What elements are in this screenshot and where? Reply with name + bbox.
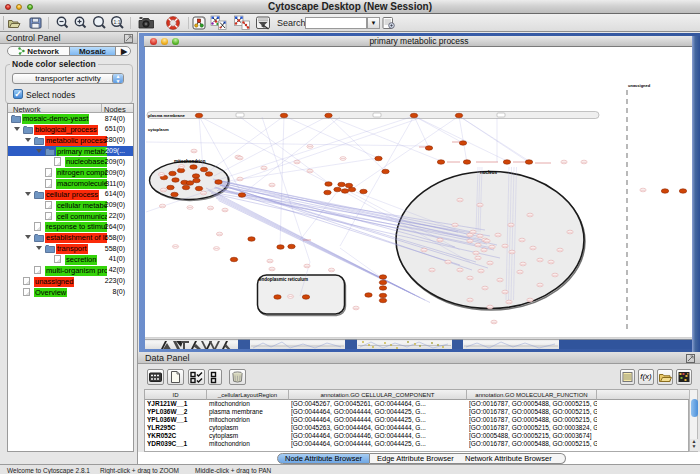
svg-text:plasma membrane: plasma membrane	[148, 113, 185, 118]
svg-text:cytoplasm: cytoplasm	[148, 127, 169, 132]
svg-text:nucleus: nucleus	[480, 170, 498, 175]
svg-text:unassigned: unassigned	[628, 83, 651, 88]
svg-text:1:1: 1:1	[114, 19, 121, 25]
svg-text:mitochondrion: mitochondrion	[174, 159, 206, 164]
svg-text:endoplasmic reticulum: endoplasmic reticulum	[259, 277, 308, 282]
